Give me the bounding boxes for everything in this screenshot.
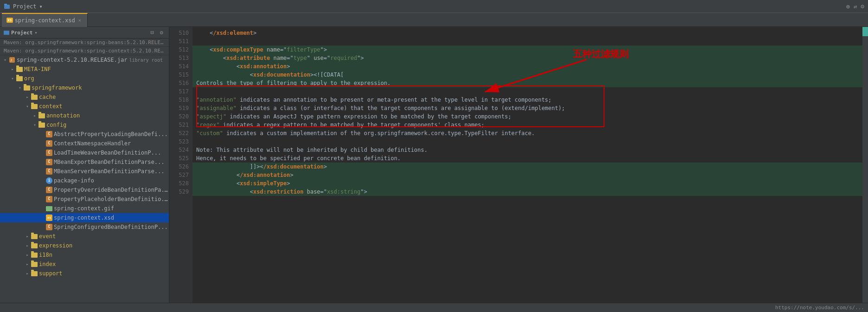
tree-node-mbeanexport[interactable]: C MBeanExportBeanDefinitionParse... — [0, 157, 169, 167]
tree-node-event[interactable]: ▸ event — [0, 232, 169, 241]
line-num-516: 516 — [169, 79, 189, 87]
status-url: https://note.youdao.com/s/... — [775, 305, 864, 311]
line-num-527: 527 — [169, 171, 189, 179]
code-line-518: "annotation" indicates an annotation to … — [193, 96, 868, 104]
line-num-513: 513 — [169, 54, 189, 62]
line-num-519: 519 — [169, 104, 189, 112]
status-bar: https://note.youdao.com/s/... — [0, 303, 868, 312]
class-label: ContextNamespaceHandler — [54, 140, 131, 147]
code-line-520: "aspectj" indicates an AspectJ type patt… — [193, 112, 868, 121]
folder-label: support — [39, 270, 63, 277]
line-num-517: 517 — [169, 87, 189, 96]
tree-node-index[interactable]: ▸ index — [0, 260, 169, 269]
line-num-510: 510 — [169, 29, 189, 37]
folder-label: org — [24, 75, 34, 82]
folder-icon — [38, 112, 45, 119]
gear-icon[interactable]: ⚙ — [861, 3, 864, 10]
expand-arrow: ▸ — [24, 262, 31, 266]
tree-node-loadtime[interactable]: C LoadTimeWeaverBeanDefinitionP... — [0, 148, 169, 157]
tree-node-jar[interactable]: ▾ J spring-context-5.2.10.RELEASE.jar li… — [0, 55, 169, 65]
scroll-indicator[interactable] — [862, 27, 868, 36]
expand-arrow: ▸ — [9, 67, 16, 72]
line-num-522: 522 — [169, 129, 189, 137]
tree-node-springcontextxsd[interactable]: xs spring-context.xsd — [0, 213, 169, 222]
class-label: MBeanExportBeanDefinitionParse... — [54, 159, 164, 165]
class-label: MBeanServerBeanDefinitionParse... — [54, 168, 164, 175]
class-icon: C — [45, 150, 53, 156]
line-num-515: 515 — [169, 71, 189, 79]
right-indicator-bar — [862, 27, 868, 303]
code-line-516: Controls the type of filtering to apply … — [193, 79, 868, 87]
class-icon: C — [45, 196, 53, 202]
tree-node-springcontextgif[interactable]: spring-context.gif — [0, 204, 169, 213]
folder-icon — [31, 261, 38, 267]
folder-icon — [16, 75, 23, 82]
settings-icon[interactable]: ⚙ — [158, 29, 165, 36]
tree-node-org[interactable]: ▾ org — [0, 74, 169, 83]
code-line-528: <xsd:simpleType> — [193, 179, 868, 188]
header-left: Project ▾ — [4, 3, 43, 10]
tree-node-mbeanserver[interactable]: C MBeanServerBeanDefinitionParse... — [0, 167, 169, 176]
folder-label: cache — [39, 94, 56, 100]
code-line-521: "regex" indicates a regex pattern to be … — [193, 121, 868, 129]
code-line-519: "assignable" indicates a class (or inter… — [193, 104, 868, 112]
folder-icon — [23, 84, 31, 91]
tree-node-springframework[interactable]: ▾ springframework — [0, 83, 169, 92]
collapse-all-icon[interactable]: ⊟ — [148, 29, 156, 36]
code-line-524: Note: This attribute will not be inherit… — [193, 146, 868, 154]
class-icon: C — [45, 224, 53, 230]
tree-node-i18n[interactable]: ▸ i18n — [0, 250, 169, 260]
class-label: PropertyOverrideBeanDefinitionPa... — [54, 187, 169, 193]
line-num-526: 526 — [169, 162, 189, 171]
code-line-515: <xsd:documentation><![CDATA[ — [193, 71, 868, 79]
class-icon: C — [45, 187, 53, 193]
code-line-525: Hence, it needs to be specified per conc… — [193, 154, 868, 162]
class-icon: C — [45, 131, 53, 137]
expand-arrow: ▾ — [24, 104, 31, 109]
tree-node-annotation[interactable]: ▸ annotation — [0, 111, 169, 120]
project-icon — [4, 3, 10, 10]
maven-item-2[interactable]: Maven: org.springframework:spring-contex… — [0, 47, 169, 55]
tree-node-packageinfo[interactable]: i package-info — [0, 176, 169, 185]
tree-node-springconfigured[interactable]: C SpringConfiguredBeanDefinitionP... — [0, 222, 169, 232]
gif-icon — [45, 205, 53, 212]
line-num-528: 528 — [169, 179, 189, 188]
code-line-526: ]]></xsd:documentation> — [193, 162, 868, 171]
expand-arrow: ▸ — [32, 113, 38, 118]
tree-node-config[interactable]: ▾ config — [0, 120, 169, 130]
tree-node-abstractproperty[interactable]: C AbstractPropertyLoadingBeanDefi... — [0, 130, 169, 139]
folder-label: context — [39, 103, 63, 110]
tree-node-cache[interactable]: ▸ cache — [0, 92, 169, 102]
sidebar-toolbar: ⊟ ⚙ — [148, 29, 165, 36]
class-icon: C — [45, 159, 53, 165]
tree-node-propplaceholder[interactable]: C PropertyPlaceholderBeanDefinitio... — [0, 195, 169, 204]
editor-area: 510 511 512 513 514 515 516 517 518 519 … — [169, 27, 868, 303]
code-line-523 — [193, 137, 868, 146]
maven-item-1[interactable]: Maven: org.springframework:spring-beans:… — [0, 39, 169, 47]
tree-node-contextns[interactable]: C ContextNamespaceHandler — [0, 139, 169, 148]
code-panel[interactable]: </xsd:element> <xsd:complexType name="fi… — [193, 27, 868, 198]
code-line-529: <xsd:restriction base="xsd:string"> — [193, 188, 868, 196]
jar-icon: J — [8, 57, 16, 63]
line-num-521: 521 — [169, 121, 189, 129]
add-icon[interactable]: ⊕ — [846, 3, 850, 10]
tree-node-propoverride[interactable]: C PropertyOverrideBeanDefinitionPa... — [0, 185, 169, 195]
folder-label: springframework — [32, 84, 82, 91]
tree-node-expression[interactable]: ▸ expression — [0, 241, 169, 250]
project-dropdown-arrow[interactable]: ▾ — [39, 3, 43, 10]
jar-label: spring-context-5.2.10.RELEASE.jar — [17, 57, 127, 63]
editor-content: 510 511 512 513 514 515 516 517 518 519 … — [169, 27, 868, 303]
folder-icon — [31, 103, 38, 110]
tab-close-button[interactable]: ✕ — [77, 18, 83, 23]
tree-node-support[interactable]: ▸ support — [0, 269, 169, 278]
svg-rect-0 — [4, 5, 10, 9]
line-num-514: 514 — [169, 62, 189, 71]
line-num-525: 525 — [169, 154, 189, 162]
code-line-527: </xsd:annotation> — [193, 171, 868, 179]
tree-node-context[interactable]: ▾ context — [0, 102, 169, 111]
folder-icon — [31, 94, 38, 100]
status-right: https://note.youdao.com/s/... — [775, 305, 864, 311]
sync-icon[interactable]: ⇄ — [854, 3, 857, 10]
tree-node-metainf[interactable]: ▸ META-INF — [0, 65, 169, 74]
tab-spring-context-xsd[interactable]: xs spring-context.xsd ✕ — [2, 13, 88, 27]
